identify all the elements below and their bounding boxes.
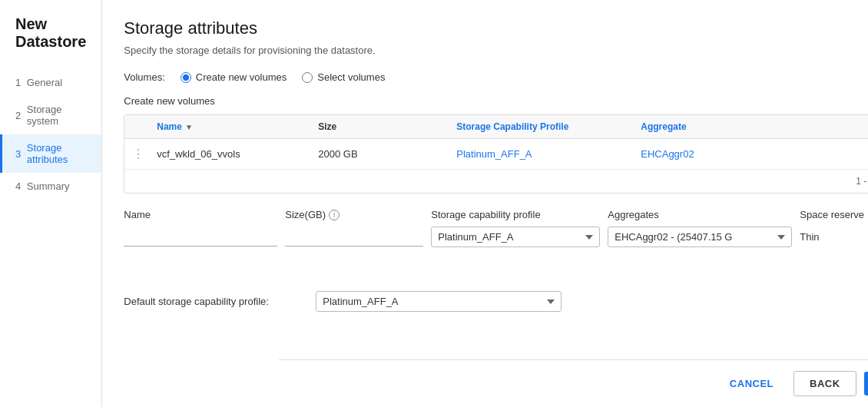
- radio-group: Create new volumes Select volumes: [181, 71, 386, 83]
- volumes-label: Volumes:: [124, 71, 164, 83]
- name-input-wrapper: [124, 228, 277, 247]
- form-aggregates-label: Aggregates: [608, 209, 792, 220]
- form-inputs-row: Platinum_AFF_A EHCAggr02 - (25407.15 G T…: [124, 227, 868, 247]
- form-size-label: Size(GB) i: [285, 209, 423, 220]
- aggregate-select-wrapper: EHCAggr02 - (25407.15 G: [608, 227, 792, 247]
- step-num-summary: 4: [15, 180, 21, 192]
- default-profile-label: Default storage capability profile:: [124, 296, 308, 307]
- row-profile[interactable]: Platinum_AFF_A: [449, 141, 633, 167]
- sidebar: New Datastore 1 General 2 Storage system…: [0, 0, 102, 407]
- main-content: Storage attributes Specify the storage d…: [102, 0, 868, 407]
- size-info-icon[interactable]: i: [329, 210, 340, 220]
- sidebar-label-summary: Summary: [27, 180, 70, 192]
- add-volume-form: Name Size(GB) i Storage capability profi…: [124, 209, 868, 276]
- form-labels-row: Name Size(GB) i Storage capability profi…: [124, 209, 868, 220]
- create-new-volumes-label: Create new volumes: [124, 95, 868, 107]
- form-profile-label: Storage capability profile: [431, 209, 600, 220]
- step-num-storage-system: 2: [15, 110, 21, 121]
- name-input[interactable]: [124, 228, 277, 247]
- row-size: 2000 GB: [310, 141, 449, 167]
- radio-create-new-input[interactable]: [181, 72, 191, 83]
- aggregate-select[interactable]: EHCAggr02 - (25407.15 G: [608, 227, 792, 247]
- size-input-wrapper: [285, 228, 423, 247]
- drag-handle[interactable]: ⋮: [124, 139, 149, 169]
- col-profile: Storage Capability Profile: [449, 115, 633, 138]
- volumes-table: Name ▼ Size Storage Capability Profile A…: [124, 114, 868, 194]
- radio-select-label: Select volumes: [317, 71, 385, 83]
- page-subtitle: Specify the storage details for provisio…: [124, 45, 868, 56]
- radio-select-input[interactable]: [302, 72, 313, 83]
- table-row: ⋮ vcf_wkld_06_vvols 2000 GB Platinum_AFF…: [124, 139, 868, 170]
- profile-select-wrapper: Platinum_AFF_A: [431, 227, 600, 247]
- radio-create-new-label: Create new volumes: [196, 71, 287, 83]
- form-name-label: Name: [124, 209, 277, 220]
- col-size: Size: [310, 115, 449, 138]
- col-name[interactable]: Name ▼: [149, 115, 310, 138]
- default-profile-select[interactable]: Platinum_AFF_A: [316, 291, 562, 312]
- table-header: Name ▼ Size Storage Capability Profile A…: [124, 115, 868, 139]
- sidebar-label-storage-attributes: Storage attributes: [27, 142, 86, 165]
- space-reserve-display: Thin: [800, 231, 868, 243]
- radio-create-new[interactable]: Create new volumes: [181, 71, 287, 83]
- col-aggregate: Aggregate: [633, 115, 868, 138]
- app-title: New Datastore: [0, 15, 101, 69]
- default-profile-row: Default storage capability profile: Plat…: [124, 291, 868, 312]
- volumes-row: Volumes: Create new volumes Select volum…: [124, 71, 868, 83]
- col-drag: [124, 115, 149, 138]
- sidebar-label-general: General: [27, 77, 62, 88]
- next-button[interactable]: NEXT: [864, 372, 868, 395]
- back-button[interactable]: BACK: [793, 371, 856, 396]
- step-num-storage-attributes: 3: [15, 148, 21, 160]
- size-input[interactable]: [285, 228, 423, 247]
- sidebar-item-storage-attributes[interactable]: 3 Storage attributes: [0, 134, 101, 173]
- form-space-reserve-label: Space reserve: [800, 209, 868, 220]
- step-num-general: 1: [15, 77, 21, 88]
- sidebar-item-general[interactable]: 1 General: [0, 69, 101, 96]
- sort-icon: ▼: [185, 123, 193, 131]
- profile-select[interactable]: Platinum_AFF_A: [431, 227, 600, 247]
- sidebar-item-storage-system[interactable]: 2 Storage system: [0, 96, 101, 134]
- sidebar-label-storage-system: Storage system: [27, 104, 86, 127]
- page-title: Storage attributes: [124, 18, 868, 38]
- row-name: vcf_wkld_06_vvols: [149, 141, 310, 167]
- radio-select[interactable]: Select volumes: [302, 71, 385, 83]
- sidebar-item-summary[interactable]: 4 Summary: [0, 173, 101, 200]
- table-pagination: 1 - 1 of 1 Item: [124, 170, 868, 193]
- footer: CANCEL BACK NEXT: [279, 359, 868, 407]
- row-aggregate[interactable]: EHCAggr02: [633, 141, 868, 167]
- cancel-button[interactable]: CANCEL: [717, 372, 786, 395]
